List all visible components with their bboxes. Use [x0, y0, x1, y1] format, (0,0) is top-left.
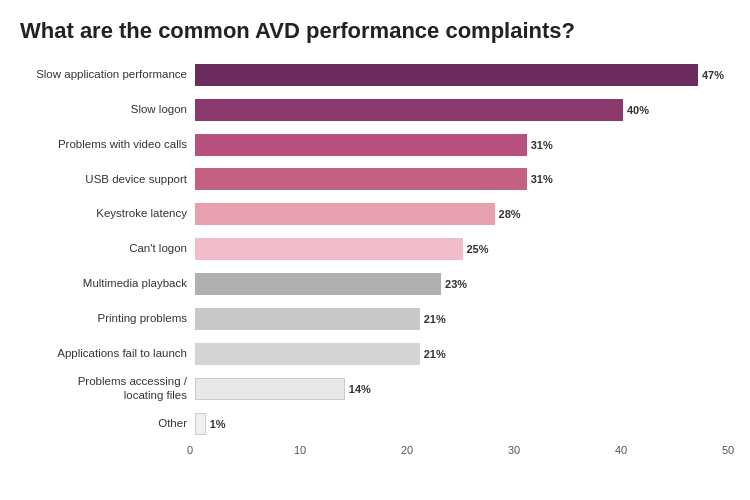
- bar-label: Problems with video calls: [20, 138, 195, 152]
- bar-value: 21%: [424, 348, 446, 360]
- x-tick: 40: [615, 444, 627, 456]
- bar-value: 31%: [531, 173, 553, 185]
- bar-value: 1%: [210, 418, 226, 430]
- bar-row: Slow application performance47%: [20, 58, 730, 91]
- bar-track: 31%: [195, 128, 730, 161]
- bar-value: 40%: [627, 104, 649, 116]
- bar-fill: [195, 413, 206, 435]
- bar-label: Problems accessing /locating files: [20, 375, 195, 403]
- bar-track: 21%: [195, 337, 730, 370]
- bar-fill: [195, 308, 420, 330]
- bar-value: 31%: [531, 139, 553, 151]
- bar-fill: [195, 343, 420, 365]
- bar-fill: [195, 378, 345, 400]
- bar-row: Slow logon40%: [20, 93, 730, 126]
- bar-fill: [195, 99, 623, 121]
- x-tick: 0: [187, 444, 193, 456]
- bar-value: 47%: [702, 69, 724, 81]
- bar-row: Multimedia playback23%: [20, 268, 730, 301]
- bar-label: Other: [20, 417, 195, 431]
- bar-fill: [195, 168, 527, 190]
- bar-label: USB device support: [20, 173, 195, 187]
- bar-track: 28%: [195, 198, 730, 231]
- bar-label: Keystroke latency: [20, 207, 195, 221]
- bar-track: 21%: [195, 303, 730, 336]
- bar-label: Multimedia playback: [20, 277, 195, 291]
- x-tick: 20: [401, 444, 413, 456]
- bar-fill: [195, 203, 495, 225]
- bar-row: Other1%: [20, 407, 730, 440]
- bar-value: 25%: [467, 243, 489, 255]
- bar-track: 25%: [195, 233, 730, 266]
- bar-value: 14%: [349, 383, 371, 395]
- bar-track: 14%: [195, 372, 730, 405]
- bar-row: Keystroke latency28%: [20, 198, 730, 231]
- bar-value: 23%: [445, 278, 467, 290]
- bar-track: 40%: [195, 93, 730, 126]
- x-tick: 10: [294, 444, 306, 456]
- bar-row: Problems with video calls31%: [20, 128, 730, 161]
- bar-label: Slow logon: [20, 103, 195, 117]
- bar-label: Printing problems: [20, 312, 195, 326]
- bar-value: 28%: [499, 208, 521, 220]
- bar-track: 1%: [195, 407, 730, 440]
- bar-label: Slow application performance: [20, 68, 195, 82]
- bar-row: USB device support31%: [20, 163, 730, 196]
- x-axis: 01020304050: [195, 444, 730, 460]
- x-tick: 50: [722, 444, 734, 456]
- bar-fill: [195, 238, 463, 260]
- bar-fill: [195, 273, 441, 295]
- chart-title: What are the common AVD performance comp…: [20, 18, 730, 44]
- bar-track: 23%: [195, 268, 730, 301]
- bar-value: 21%: [424, 313, 446, 325]
- bar-fill: [195, 134, 527, 156]
- bar-row: Can't logon25%: [20, 233, 730, 266]
- bar-track: 47%: [195, 58, 730, 91]
- bar-row: Applications fail to launch21%: [20, 337, 730, 370]
- bar-row: Problems accessing /locating files14%: [20, 372, 730, 405]
- bar-row: Printing problems21%: [20, 303, 730, 336]
- bar-fill: [195, 64, 698, 86]
- x-tick: 30: [508, 444, 520, 456]
- chart-body: Slow application performance47%Slow logo…: [20, 58, 730, 460]
- bar-label: Can't logon: [20, 242, 195, 256]
- bars-area: Slow application performance47%Slow logo…: [20, 58, 730, 440]
- bar-label: Applications fail to launch: [20, 347, 195, 361]
- chart-container: What are the common AVD performance comp…: [0, 0, 750, 500]
- bar-track: 31%: [195, 163, 730, 196]
